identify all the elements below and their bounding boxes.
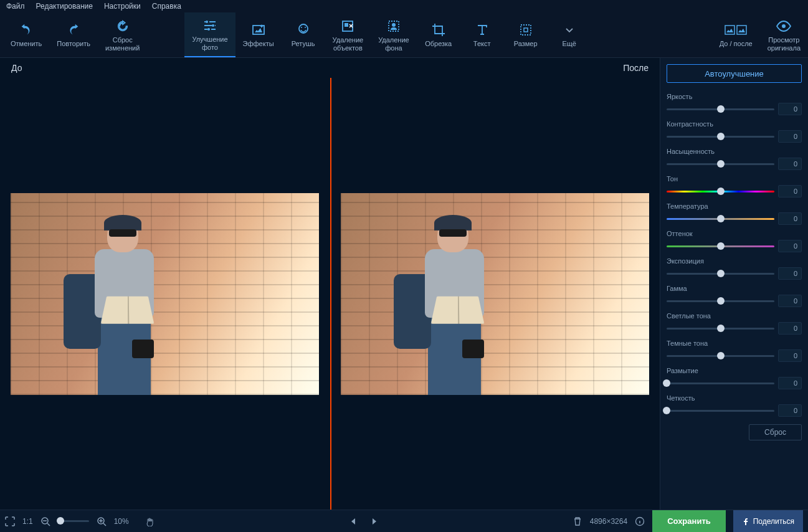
slider-track[interactable] bbox=[667, 328, 774, 330]
save-button[interactable]: Сохранить bbox=[652, 510, 726, 533]
menu-справка[interactable]: Справка bbox=[152, 2, 181, 11]
svg-point-3 bbox=[212, 24, 214, 27]
slider-thumb[interactable] bbox=[663, 379, 670, 387]
svg-rect-2 bbox=[204, 21, 206, 22]
slider-track[interactable] bbox=[667, 191, 774, 192]
slider-thumb[interactable] bbox=[717, 270, 725, 277]
slider-thumb[interactable] bbox=[717, 188, 725, 195]
fit-label[interactable]: 1:1 bbox=[22, 517, 33, 526]
slider-value[interactable]: 0 bbox=[778, 349, 802, 362]
slider-thumb[interactable] bbox=[717, 215, 725, 222]
enhance-photo-button[interactable]: Улучшениефото bbox=[184, 12, 235, 57]
slider-track[interactable] bbox=[667, 136, 774, 138]
slider-label: Гамма bbox=[667, 285, 802, 292]
svg-point-0 bbox=[206, 21, 208, 23]
slider-thumb[interactable] bbox=[717, 105, 725, 113]
slider-track[interactable] bbox=[667, 382, 774, 384]
reset-changes-button[interactable]: Сбросизменений bbox=[98, 12, 147, 57]
zoom-out-icon[interactable] bbox=[40, 516, 50, 526]
before-image[interactable] bbox=[11, 193, 319, 395]
slider-value[interactable]: 0 bbox=[778, 103, 802, 115]
slider-track[interactable] bbox=[667, 273, 774, 275]
slider-value[interactable]: 0 bbox=[778, 212, 802, 225]
enhance-photo-button-label: Улучшениефото bbox=[192, 36, 227, 52]
svg-rect-1 bbox=[209, 21, 216, 22]
resize-button-label: Размер bbox=[514, 40, 538, 48]
crop-button[interactable]: Обрезка bbox=[417, 12, 460, 57]
remove-objects-button[interactable]: Удалениеобъектов bbox=[325, 12, 371, 57]
after-image[interactable] bbox=[341, 193, 649, 395]
canvas-area: До После bbox=[0, 58, 660, 510]
before-after-divider[interactable] bbox=[330, 78, 331, 510]
slider-value[interactable]: 0 bbox=[778, 404, 802, 417]
slider-thumb[interactable] bbox=[717, 352, 725, 359]
slider-value[interactable]: 0 bbox=[778, 185, 802, 197]
menu-файл[interactable]: Файл bbox=[6, 2, 25, 11]
slider-group-9: Темные тона0 bbox=[667, 340, 802, 362]
fullscreen-icon[interactable] bbox=[5, 516, 15, 526]
slider-track[interactable] bbox=[667, 245, 774, 247]
info-icon[interactable] bbox=[635, 516, 645, 526]
view-original-button-label: Просмотроригинала bbox=[768, 36, 801, 52]
slider-label: Темные тона bbox=[667, 340, 802, 347]
slider-thumb[interactable] bbox=[717, 325, 725, 332]
slider-value[interactable]: 0 bbox=[778, 322, 802, 335]
remove-background-button[interactable]: Удалениефона bbox=[371, 12, 417, 57]
slider-track[interactable] bbox=[667, 300, 774, 302]
slider-value[interactable]: 0 bbox=[778, 158, 802, 170]
redo-button[interactable]: Повторить bbox=[49, 12, 98, 57]
slider-track[interactable] bbox=[667, 163, 774, 165]
zoom-percent: 10% bbox=[114, 517, 129, 526]
share-button[interactable]: Поделиться bbox=[733, 510, 803, 533]
svg-rect-8 bbox=[211, 29, 216, 30]
slider-value[interactable]: 0 bbox=[778, 295, 802, 307]
undo-button[interactable]: Отменить bbox=[3, 12, 49, 57]
after-label: После bbox=[623, 63, 649, 73]
slider-label: Тон bbox=[667, 175, 802, 183]
delete-icon[interactable] bbox=[573, 516, 582, 526]
before-after-button[interactable]: До / после bbox=[712, 12, 760, 57]
svg-rect-18 bbox=[725, 26, 734, 34]
text-button[interactable]: Текст bbox=[460, 12, 504, 57]
svg-rect-14 bbox=[345, 23, 348, 27]
menu-настройки[interactable]: Настройки bbox=[104, 2, 141, 11]
slider-thumb[interactable] bbox=[717, 242, 725, 250]
slider-label: Оттенок bbox=[667, 230, 802, 237]
prev-image-icon[interactable] bbox=[349, 517, 358, 526]
slider-track[interactable] bbox=[667, 355, 774, 357]
slider-value[interactable]: 0 bbox=[778, 240, 802, 252]
hand-tool-icon[interactable] bbox=[145, 516, 155, 526]
main-area: До После Автоулучшение Яркость0Контрастн… bbox=[0, 58, 808, 510]
redo-button-label: Повторить bbox=[57, 40, 90, 48]
menu-редактирование[interactable]: Редактирование bbox=[36, 2, 93, 11]
svg-rect-7 bbox=[204, 29, 207, 30]
reset-button[interactable]: Сброс bbox=[749, 424, 802, 440]
slider-thumb[interactable] bbox=[717, 297, 725, 305]
effects-icon bbox=[251, 21, 266, 39]
remove-objects-icon bbox=[340, 17, 355, 35]
slider-label: Четкость bbox=[667, 394, 802, 402]
slider-value[interactable]: 0 bbox=[778, 267, 802, 280]
retouch-button[interactable]: Ретушь bbox=[282, 12, 325, 57]
slider-label: Насыщенность bbox=[667, 148, 802, 155]
crop-icon bbox=[431, 21, 446, 39]
slider-label: Контрастность bbox=[667, 120, 802, 128]
slider-value[interactable]: 0 bbox=[778, 130, 802, 143]
slider-thumb[interactable] bbox=[717, 133, 725, 140]
slider-track[interactable] bbox=[667, 410, 774, 412]
slider-track[interactable] bbox=[667, 218, 774, 220]
bottombar: 1:1 10% 4896×3264 Сохранить Поделиться bbox=[0, 510, 808, 532]
zoom-slider[interactable] bbox=[58, 520, 89, 522]
next-image-icon[interactable] bbox=[370, 517, 379, 526]
slider-thumb[interactable] bbox=[717, 160, 725, 168]
effects-button[interactable]: Эффекты bbox=[235, 12, 282, 57]
slider-value[interactable]: 0 bbox=[778, 377, 802, 389]
slider-thumb[interactable] bbox=[663, 407, 670, 414]
zoom-in-icon[interactable] bbox=[97, 516, 107, 526]
slider-track[interactable] bbox=[667, 108, 774, 110]
more-button[interactable]: Ещё bbox=[548, 12, 591, 57]
auto-enhance-button[interactable]: Автоулучшение bbox=[667, 64, 802, 83]
resize-button[interactable]: Размер bbox=[504, 12, 548, 57]
view-original-button[interactable]: Просмотроригинала bbox=[760, 12, 808, 57]
svg-rect-4 bbox=[204, 25, 212, 26]
